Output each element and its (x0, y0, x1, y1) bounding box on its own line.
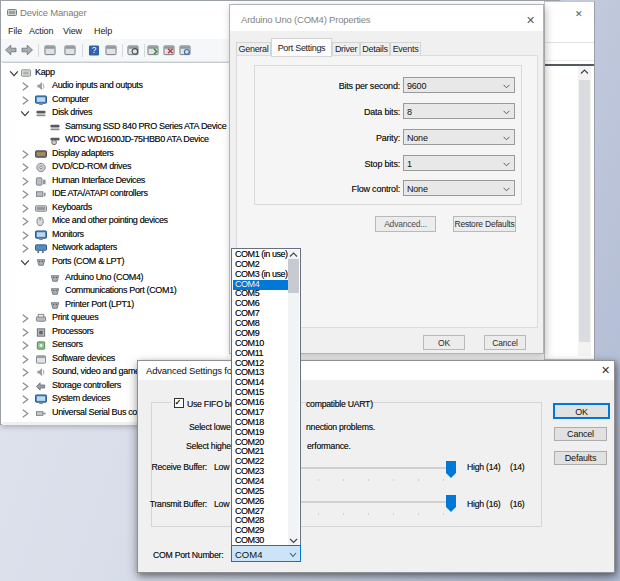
svg-text:?: ? (92, 46, 97, 55)
